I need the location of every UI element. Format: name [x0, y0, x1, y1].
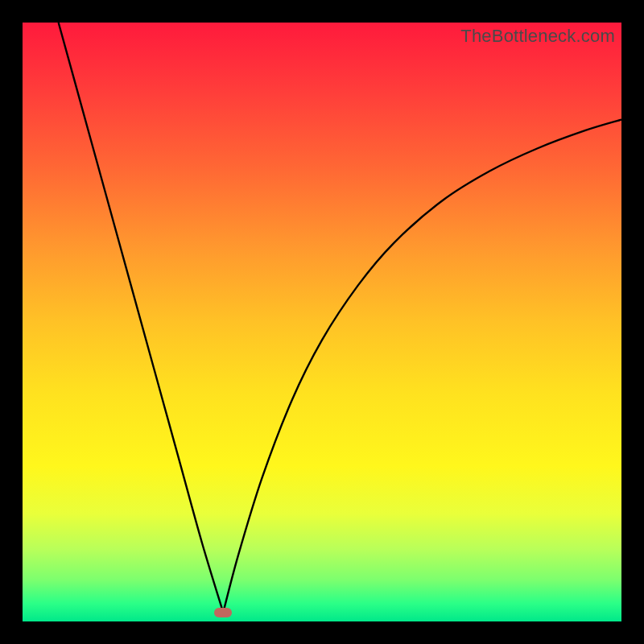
- plot-area: TheBottleneck.com: [23, 23, 621, 621]
- curve-left-branch: [59, 23, 224, 613]
- chart-frame: TheBottleneck.com: [0, 0, 644, 644]
- watermark-label: TheBottleneck.com: [460, 26, 615, 47]
- curve-right-branch: [223, 120, 621, 613]
- minimum-marker: [214, 608, 232, 617]
- bottleneck-curve: [23, 23, 621, 621]
